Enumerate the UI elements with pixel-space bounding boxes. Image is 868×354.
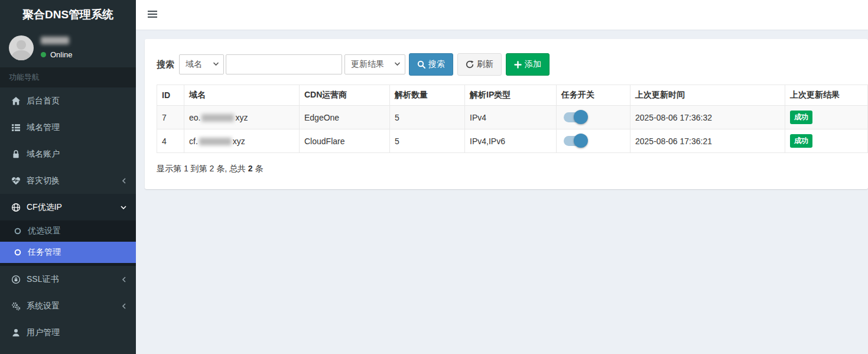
cell-id: 7 xyxy=(157,106,184,129)
sidebar-item-domain-management[interactable]: 域名管理 xyxy=(0,114,136,141)
sidebar-subitem-task-management[interactable]: 任务管理 xyxy=(0,242,136,263)
refresh-button[interactable]: 刷新 xyxy=(457,53,502,76)
sidebar-item-domain-accounts[interactable]: 域名账户 xyxy=(0,141,136,167)
task-switch-toggle[interactable] xyxy=(564,136,586,146)
content: 搜索 域名 更新结果 xyxy=(136,30,868,189)
sidebar-item-label: CF优选IP xyxy=(27,202,120,213)
domain-redacted xyxy=(199,138,232,145)
heartbeat-icon xyxy=(11,176,21,186)
cell-last-update-result: 成功 xyxy=(785,129,868,153)
sidebar-item-label: 容灾切换 xyxy=(27,176,121,186)
column-header-record-count: 解析数量 xyxy=(390,85,465,106)
sidebar-item-dashboard[interactable]: 后台首页 xyxy=(0,87,136,114)
username-redacted xyxy=(41,37,69,44)
cf-ip-submenu: 优选设置 任务管理 xyxy=(0,220,136,266)
app-title: 聚合DNS管理系统 xyxy=(0,0,136,30)
cell-id: 4 xyxy=(157,129,184,153)
list-icon xyxy=(11,123,21,132)
sidebar-item-user-management[interactable]: 用户管理 xyxy=(0,319,136,346)
result-filter-selected-value: 更新结果 xyxy=(351,59,384,70)
gears-icon xyxy=(11,301,21,311)
lock-icon xyxy=(11,150,21,159)
toggle-knob xyxy=(574,110,588,124)
search-label: 搜索 xyxy=(157,59,174,70)
chevron-left-icon xyxy=(121,177,127,184)
column-header-last-update-time: 上次更新时间 xyxy=(630,85,785,106)
task-list-card: 搜索 域名 更新结果 xyxy=(145,39,868,189)
chevron-left-icon xyxy=(121,303,127,310)
sidebar-subitem-preferred-settings[interactable]: 优选设置 xyxy=(0,220,136,242)
search-field-selected-value: 域名 xyxy=(186,59,202,70)
search-button[interactable]: 搜索 xyxy=(409,53,453,76)
cell-record-count: 5 xyxy=(390,129,465,153)
online-status-icon xyxy=(41,52,46,57)
summary-prefix: 显示第 1 到第 2 条, 总共 xyxy=(157,164,248,173)
cell-ip-type: IPv4 xyxy=(465,106,557,129)
cell-record-count: 5 xyxy=(390,106,465,129)
avatar xyxy=(9,35,34,60)
result-filter-select[interactable]: 更新结果 xyxy=(344,54,405,74)
sidebar-item-cf-preferred-ip[interactable]: CF优选IP xyxy=(0,194,136,220)
refresh-button-label: 刷新 xyxy=(477,59,493,70)
cell-cdn-provider: CloudFlare xyxy=(300,129,390,153)
cell-cdn-provider: EdgeOne xyxy=(300,106,390,129)
cell-task-switch xyxy=(557,106,630,129)
summary-total: 2 xyxy=(248,164,253,173)
cell-ip-type: IPv4,IPv6 xyxy=(465,129,557,153)
user-icon xyxy=(11,328,21,337)
circle-icon xyxy=(13,249,22,256)
online-status-label: Online xyxy=(50,50,73,59)
sidebar-item-system-settings[interactable]: 系统设置 xyxy=(0,293,136,319)
nav-section-header: 功能导航 xyxy=(0,67,136,87)
task-switch-toggle[interactable] xyxy=(564,112,586,122)
add-button[interactable]: 添加 xyxy=(506,53,550,76)
globe-icon xyxy=(11,203,21,212)
user-panel: Online xyxy=(0,30,136,67)
cell-domain: eo.xyz xyxy=(184,106,300,129)
summary-suffix: 条 xyxy=(253,164,264,173)
chevron-down-icon xyxy=(213,61,219,66)
sidebar-item-label: 域名管理 xyxy=(27,122,127,133)
sidebar-toggle-button[interactable] xyxy=(144,7,161,24)
main-area: 搜索 域名 更新结果 xyxy=(136,0,868,354)
domain-redacted xyxy=(201,114,234,122)
sidebar-subitem-label: 任务管理 xyxy=(28,247,61,258)
add-button-label: 添加 xyxy=(525,59,541,70)
toolbar: 搜索 域名 更新结果 xyxy=(157,53,868,76)
column-header-ip-type: 解析IP类型 xyxy=(465,85,557,106)
chevron-down-icon xyxy=(394,61,401,66)
avatar-head-shape xyxy=(17,40,26,50)
sidebar-item-failover[interactable]: 容灾切换 xyxy=(0,167,136,194)
cell-last-update-result: 成功 xyxy=(785,106,868,129)
sidebar: 聚合DNS管理系统 Online 功能导航 后台首页 域名管理 域名账户 xyxy=(0,0,136,354)
chevron-down-icon xyxy=(120,204,127,210)
sidebar-item-label: SSL证书 xyxy=(27,274,121,285)
sidebar-item-label: 域名账户 xyxy=(27,149,127,160)
status-badge: 成功 xyxy=(790,134,812,148)
status-badge: 成功 xyxy=(790,111,812,124)
table-row: 4 cf.xyz CloudFlare 5 IPv4,IPv6 2025-08-… xyxy=(157,129,868,153)
sidebar-subitem-label: 优选设置 xyxy=(28,226,61,236)
column-header-domain: 域名 xyxy=(184,85,300,106)
sidebar-group-cf-ip: CF优选IP 优选设置 任务管理 xyxy=(0,194,136,266)
circle-icon xyxy=(13,228,22,235)
refresh-icon xyxy=(466,60,474,69)
search-icon xyxy=(417,60,425,69)
hamburger-icon xyxy=(148,10,157,20)
cell-last-update-time: 2025-08-06 17:36:32 xyxy=(630,106,785,129)
cell-domain: cf.xyz xyxy=(184,129,300,153)
cell-task-switch xyxy=(557,129,630,153)
home-icon xyxy=(11,96,21,106)
table-row: 7 eo.xyz EdgeOne 5 IPv4 2025-08-06 17:36… xyxy=(157,106,868,129)
sidebar-item-label: 后台首页 xyxy=(27,96,127,106)
column-header-task-switch: 任务开关 xyxy=(557,85,630,106)
search-field-select[interactable]: 域名 xyxy=(179,54,224,74)
domain-prefix: cf. xyxy=(189,137,198,146)
top-navbar xyxy=(136,0,868,30)
ssl-lock-icon xyxy=(11,275,21,284)
search-input[interactable] xyxy=(226,54,342,74)
plus-icon xyxy=(514,61,522,69)
sidebar-item-label: 系统设置 xyxy=(27,301,121,311)
user-info: Online xyxy=(41,37,73,59)
sidebar-item-ssl-certificates[interactable]: SSL证书 xyxy=(0,266,136,293)
